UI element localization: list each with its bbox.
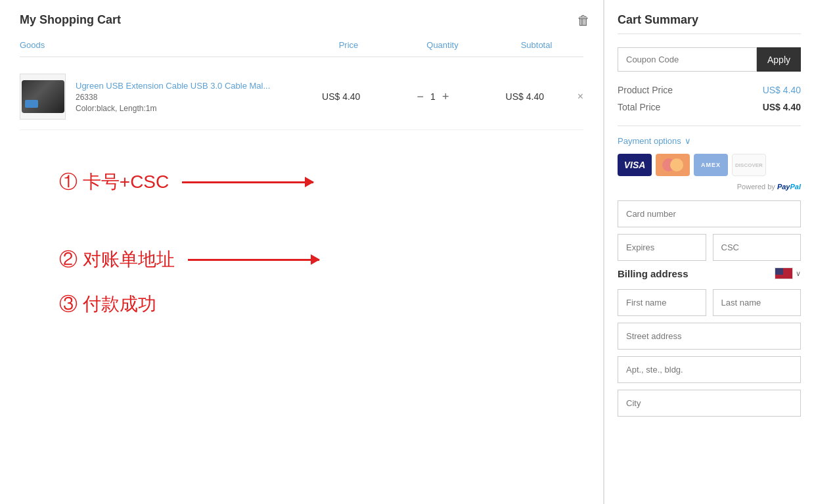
qty-decrease-button[interactable]: − xyxy=(417,91,424,103)
payment-options-chevron: ∨ xyxy=(685,136,691,146)
coupon-input[interactable] xyxy=(618,47,757,72)
mc-circles xyxy=(662,158,683,172)
cart-item-row: Ugreen USB Extension Cable USB 3.0 Cable… xyxy=(20,64,583,130)
right-panel: Cart Summary Apply Product Price US$ 4.4… xyxy=(604,0,814,504)
product-price-row: Product Price US$ 4.40 xyxy=(618,85,801,95)
name-row xyxy=(618,289,801,316)
annotation-1-text: ① 卡号+CSC xyxy=(59,170,169,195)
country-chevron-icon: ∨ xyxy=(796,269,801,278)
cart-summary-title: Cart Summary xyxy=(618,13,801,34)
item-image-placeholder xyxy=(22,80,64,113)
payment-options-row[interactable]: Payment options ∨ xyxy=(618,136,801,146)
powered-by-label: Powered by xyxy=(737,183,777,191)
product-price-label: Product Price xyxy=(618,85,673,95)
apply-button[interactable]: Apply xyxy=(757,47,801,72)
col-header-price: Price xyxy=(302,40,396,50)
annotation-3-text: ③ 付款成功 xyxy=(59,292,156,317)
visa-icon: VISA xyxy=(618,154,652,176)
item-goods-cell: Ugreen USB Extension Cable USB 3.0 Cable… xyxy=(20,74,295,120)
billing-address-label: Billing address xyxy=(618,268,689,279)
expires-csc-row xyxy=(618,234,801,261)
arrow-line-1 xyxy=(182,181,313,183)
item-quantity: − 1 + xyxy=(387,91,479,103)
item-variant: Color:black, Length:1m xyxy=(76,104,270,113)
street-address-input[interactable] xyxy=(618,323,801,350)
item-image xyxy=(20,74,66,120)
divider-1 xyxy=(618,126,801,126)
payment-icons: VISA AMEX DISCOVER xyxy=(618,154,801,176)
paypal-powered-text: Powered by PayPal xyxy=(618,183,801,191)
expires-input[interactable] xyxy=(618,234,706,261)
annotation-1-arrow xyxy=(182,181,313,183)
billing-address-row: Billing address ∨ xyxy=(618,267,801,279)
country-selector[interactable]: ∨ xyxy=(775,267,801,279)
apt-input[interactable] xyxy=(618,356,801,383)
product-price-value: US$ 4.40 xyxy=(763,85,801,95)
qty-increase-button[interactable]: + xyxy=(442,91,449,103)
card-number-input[interactable] xyxy=(618,200,801,227)
qty-value: 1 xyxy=(430,91,436,102)
table-header: Goods Price Quantity Subtotal xyxy=(20,40,583,57)
total-price-value: US$ 4.40 xyxy=(763,102,801,112)
amex-icon: AMEX xyxy=(694,154,728,176)
page-title: My Shopping Cart xyxy=(20,13,583,27)
total-price-row: Total Price US$ 4.40 xyxy=(618,102,801,112)
trash-icon[interactable]: 🗑 xyxy=(577,13,590,28)
item-subtotal: US$ 4.40 xyxy=(479,91,571,102)
left-panel: My Shopping Cart 🗑 Goods Price Quantity … xyxy=(0,0,604,504)
col-header-subtotal: Subtotal xyxy=(489,40,583,50)
col-header-goods: Goods xyxy=(20,40,302,50)
col-header-quantity: Quantity xyxy=(396,40,489,50)
item-info: Ugreen USB Extension Cable USB 3.0 Cable… xyxy=(76,81,270,113)
coupon-row: Apply xyxy=(618,47,801,72)
annotation-3: ③ 付款成功 xyxy=(59,292,583,317)
payment-options-label: Payment options xyxy=(618,136,681,146)
item-price: US$ 4.40 xyxy=(295,91,387,102)
mastercard-icon xyxy=(656,154,690,176)
annotation-1: ① 卡号+CSC xyxy=(59,170,583,195)
csc-input[interactable] xyxy=(713,234,802,261)
first-name-input[interactable] xyxy=(618,289,706,316)
city-input[interactable] xyxy=(618,390,801,417)
last-name-input[interactable] xyxy=(713,289,802,316)
arrow-line-2 xyxy=(188,259,319,261)
us-flag-icon xyxy=(775,267,793,279)
discover-icon: DISCOVER xyxy=(732,154,766,176)
annotation-2-text: ② 对账单地址 xyxy=(59,247,175,272)
total-price-label: Total Price xyxy=(618,102,660,112)
annotation-2: ② 对账单地址 xyxy=(59,247,583,272)
item-sku: 26338 xyxy=(76,93,270,102)
annotation-2-arrow xyxy=(188,259,319,261)
item-name[interactable]: Ugreen USB Extension Cable USB 3.0 Cable… xyxy=(76,81,270,91)
item-remove-button[interactable]: × xyxy=(577,91,583,103)
paypal-brand: PayPal xyxy=(777,183,801,191)
mc-circle2 xyxy=(670,158,683,172)
